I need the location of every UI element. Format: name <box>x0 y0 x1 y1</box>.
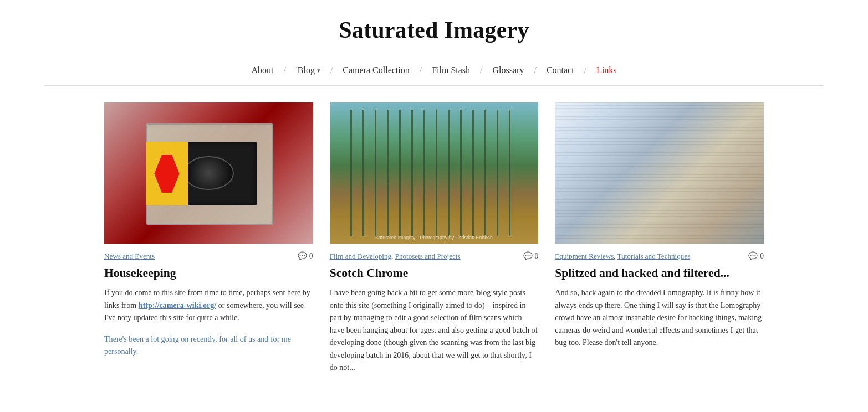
blog-dropdown-arrow: ▾ <box>317 67 320 74</box>
post-excerpt-scotch-chrome: I have been going back a bit to get some… <box>330 286 539 374</box>
camera-image <box>104 102 313 244</box>
comment-bubble-icon-2: 💬 <box>523 251 533 261</box>
post-meta-splitzed: Equipment Reviews, Tutorials and Techniq… <box>555 251 764 261</box>
nav-item-camera-collection[interactable]: Camera Collection <box>333 65 419 75</box>
comment-count-housekeeping: 💬 0 <box>298 251 313 261</box>
nav-item-links[interactable]: Links <box>586 65 626 75</box>
post-excerpt-secondary-housekeeping: There's been a lot going on recently, fo… <box>104 333 313 358</box>
post-card-splitzed: Equipment Reviews, Tutorials and Techniq… <box>547 102 772 385</box>
post-image-housekeeping[interactable] <box>104 102 313 244</box>
post-title-housekeeping[interactable]: Housekeeping <box>104 265 313 281</box>
category-photosets[interactable]: Photosets and Projects <box>395 252 461 260</box>
post-image-splitzed[interactable] <box>555 102 764 244</box>
posts-grid: News and Events 💬 0 Housekeeping If you … <box>52 102 816 385</box>
comment-number-3: 0 <box>760 252 764 261</box>
nav-item-contact[interactable]: Contact <box>537 65 584 75</box>
posts-grid-container: News and Events 💬 0 Housekeeping If you … <box>0 102 868 385</box>
nav-divider <box>44 85 824 86</box>
post-meta-scotch-chrome: Film and Developing, Photosets and Proje… <box>330 251 539 261</box>
nav-item-blog[interactable]: 'Blog ▾ <box>286 65 330 75</box>
nav-item-film-stash[interactable]: Film Stash <box>422 65 480 75</box>
post-title-splitzed[interactable]: Splitzed and hacked and filtered... <box>555 265 764 281</box>
fence-street-image <box>330 102 539 244</box>
post-card-housekeeping: News and Events 💬 0 Housekeeping If you … <box>96 102 321 385</box>
nav-item-glossary[interactable]: Glossary <box>483 65 534 75</box>
lomo-building-image <box>555 102 764 244</box>
post-categories-splitzed: Equipment Reviews, Tutorials and Techniq… <box>555 252 690 261</box>
comment-number-1: 0 <box>309 252 313 261</box>
comment-bubble-icon-1: 💬 <box>298 251 307 261</box>
kodak-box <box>146 142 187 205</box>
post-title-scotch-chrome[interactable]: Scotch Chrome <box>330 265 539 281</box>
kodak-logo-icon <box>154 154 179 193</box>
site-header: Saturated Imagery <box>0 0 868 54</box>
comment-count-scotch-chrome: 💬 0 <box>523 251 539 261</box>
category-news-events[interactable]: News and Events <box>104 252 155 260</box>
post-excerpt-splitzed: And so, back again to the dreaded Lomogr… <box>555 286 764 349</box>
category-tutorials[interactable]: Tutorials and Techniques <box>617 252 691 260</box>
post-image-scotch-chrome[interactable] <box>330 102 539 244</box>
category-equipment-reviews[interactable]: Equipment Reviews <box>555 252 614 260</box>
post-categories-housekeeping: News and Events <box>104 252 155 261</box>
camera-lens-icon <box>183 156 233 190</box>
comment-bubble-icon-3: 💬 <box>748 251 758 261</box>
post-card-scotch-chrome: Film and Developing, Photosets and Proje… <box>321 102 547 385</box>
category-film-developing[interactable]: Film and Developing <box>330 252 391 260</box>
camera-wiki-link[interactable]: http://camera-wiki.org/ <box>139 301 216 310</box>
post-categories-scotch-chrome: Film and Developing, Photosets and Proje… <box>330 252 461 261</box>
comment-count-splitzed: 💬 0 <box>748 251 764 261</box>
post-meta-housekeeping: News and Events 💬 0 <box>104 251 313 261</box>
comment-number-2: 0 <box>535 252 539 261</box>
nav-item-about[interactable]: About <box>241 65 283 75</box>
post-excerpt-housekeeping: If you do come to this site from time to… <box>104 286 313 324</box>
main-nav: About / 'Blog ▾ / Camera Collection / Fi… <box>0 54 868 85</box>
nav-blog-label: 'Blog <box>296 65 315 75</box>
site-title: Saturated Imagery <box>11 17 857 43</box>
